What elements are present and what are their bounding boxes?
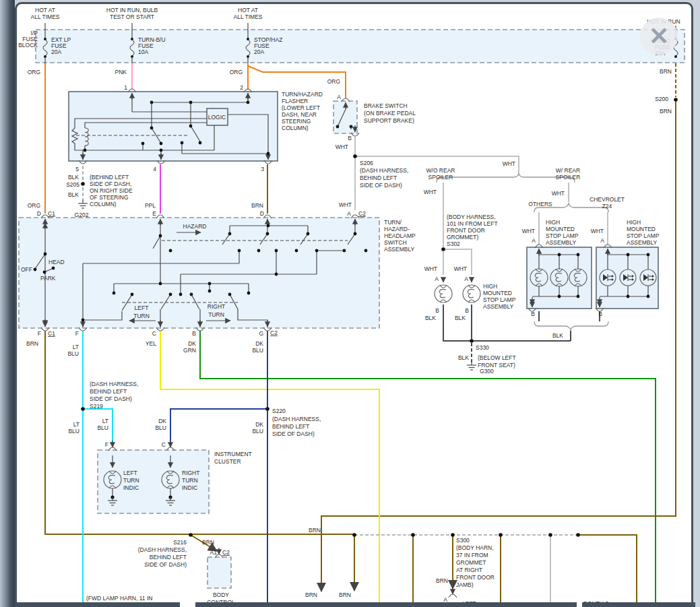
wire-label: WHT <box>503 160 515 167</box>
hmsl-label-2: HIGHMOUNTEDSTOP LAMPASSEMBLY <box>546 219 579 246</box>
wire-label: BRN <box>202 539 214 546</box>
wire-label: C2 <box>270 329 278 336</box>
branch-others: OTHERS <box>528 201 552 207</box>
feed-hot-at-all-times-1: HOT ATALL TIMES <box>31 7 60 20</box>
wire-label: WHT <box>552 190 565 197</box>
wire-label: A <box>435 276 439 282</box>
wire-label: B <box>465 307 469 314</box>
wire-label: A <box>532 237 536 244</box>
wire-label: C1 <box>48 330 55 337</box>
wire-label: C <box>152 330 156 337</box>
flasher-label: TURN/HAZARDFLASHER(LOWER LEFTDASH, NEARS… <box>282 91 323 131</box>
flasher-pin-5: 5 <box>75 166 79 172</box>
wire-label: GRN <box>183 347 196 354</box>
wire-label: DK <box>255 421 263 428</box>
splice-s216: S216(DASH HARNESS,BEHIND LEFTSIDE OF DAS… <box>138 539 187 568</box>
wire-label: C2 <box>222 549 230 556</box>
g202-ground-icon <box>78 200 88 208</box>
wire-label: E <box>152 210 156 217</box>
wire-label: C <box>162 441 166 448</box>
turn-hazard-headlamp-switch-box <box>19 218 379 328</box>
cutoff-component-bar <box>582 602 695 607</box>
wire-label: ORG <box>28 202 40 209</box>
wire-label: WHT <box>336 143 348 150</box>
wire-label: DK <box>255 340 263 347</box>
hmsl-bulbs <box>435 278 480 302</box>
wire-label: YEL <box>146 340 156 347</box>
wire-label: F <box>38 330 41 337</box>
wire-label: B <box>192 330 196 337</box>
wire-label: BLK <box>68 174 79 181</box>
wire-label: BLK <box>425 315 436 321</box>
wire-label: F <box>105 441 108 448</box>
instrument-cluster-label: INSTRUMENTCLUSTER <box>214 451 252 465</box>
ground-g202: G202 <box>75 212 89 218</box>
ip-fuse-block-label: I/PFUSEBLOCK <box>18 30 38 49</box>
wire-label: B <box>598 311 602 317</box>
wire-label: A1 <box>210 549 218 556</box>
splice-s302: (BODY HARNESS,101 IN FROM LEFTFRONT DOOR… <box>447 214 498 247</box>
wire-label: BLU <box>252 347 263 354</box>
cutoff-component-bar <box>15 602 180 607</box>
splice-s219: (DASH HARNESS,BEHIND LEFTSIDE OF DASH)S2… <box>90 381 138 410</box>
branch-w-rear-spoiler: W/ REARSPOILER <box>556 167 581 181</box>
feed-hot-in-run-bulb: HOT IN RUN, BULBTEST OR START <box>106 7 158 20</box>
wire-label: PPL <box>145 202 156 209</box>
wire-label: A <box>347 210 351 217</box>
wiring-diagram: HOT ATALL TIMESHOT IN RUN, BULBTEST OR S… <box>0 0 700 607</box>
pos-park: PARK <box>40 275 56 282</box>
wire-label: BLK <box>68 191 79 198</box>
wire-label: C1 <box>48 210 55 217</box>
feed-hot-at-all-times-2: HOT ATALL TIMES <box>234 7 263 20</box>
wire-label: DK <box>188 340 196 347</box>
wire-label: BLU <box>68 428 79 435</box>
wire-label: C2 <box>358 210 366 217</box>
connector-pins <box>41 89 612 598</box>
wire-label: G <box>259 330 263 337</box>
flasher-pin-4: 4 <box>153 166 156 172</box>
cutoff-component-bar <box>195 602 577 607</box>
switch-assembly-label: TURN/HAZARD-HEADLAMPSWITCHASSEMBLY <box>384 219 416 253</box>
hmsl-label-3: HIGHMOUNTEDSTOP LAMPASSEMBLY <box>627 219 660 246</box>
splice-s206: S206(DASH HARNESS,BEHIND LEFTSIDE OF DAS… <box>360 160 408 189</box>
splice-s220: S220 <box>272 408 286 414</box>
wire-label: PNK <box>115 69 127 75</box>
wire-label: WHT <box>522 228 535 234</box>
left-turn-indicator-label: LEFTTURNINDIC <box>123 470 139 491</box>
branch-wo-rear-spoiler: W/O REARSPOILER <box>426 167 455 181</box>
wire-label: BLK <box>552 332 563 339</box>
wire-label: BRN <box>436 577 448 584</box>
splice-s200: S200 <box>655 96 668 102</box>
wire-label: A <box>600 237 604 244</box>
splice-s300: S300(BODY HARN,37 IN FROMGROMMETAT RIGHT… <box>456 537 495 588</box>
wire-label: BLK <box>455 315 466 321</box>
close-icon: ✕ <box>649 24 669 49</box>
wire-label: D <box>37 210 41 217</box>
wire-label: B <box>531 311 535 317</box>
hazard-label: HAZARD <box>183 223 207 230</box>
g300-ground-icon <box>467 362 476 370</box>
wire-label: B <box>435 307 439 314</box>
wire-label: BLU <box>252 428 263 435</box>
hmsl-label-1: HIGHMOUNTEDSTOP LAMPASSEMBLY <box>483 283 516 310</box>
wire-label: BLU <box>67 350 79 357</box>
ip-fuse-block-box <box>36 30 685 63</box>
close-button[interactable]: ✕ <box>640 18 678 55</box>
wire-label: WHT <box>424 189 437 195</box>
flasher-pin-3: 3 <box>261 166 264 172</box>
wire-label: WHT <box>339 201 352 208</box>
logic-label: LOGIC <box>208 114 226 121</box>
wire-label: BLU <box>97 424 108 431</box>
splice-s205: S205 <box>66 181 79 188</box>
right-turn-indicator-label: RIGHTTURNINDIC <box>182 470 199 491</box>
wire-label: A <box>464 276 468 282</box>
wire-label: WHT <box>454 265 467 272</box>
ground-g300: G300 <box>480 368 494 375</box>
wire-label: BLK <box>458 354 469 361</box>
wire-label: BRN <box>251 202 263 209</box>
splice-s330: S330 <box>476 344 489 351</box>
component-boxes <box>19 30 685 588</box>
wire-label: BRN <box>309 527 321 534</box>
wire-label: LT <box>73 344 79 350</box>
wire-label: BLU <box>155 424 166 431</box>
